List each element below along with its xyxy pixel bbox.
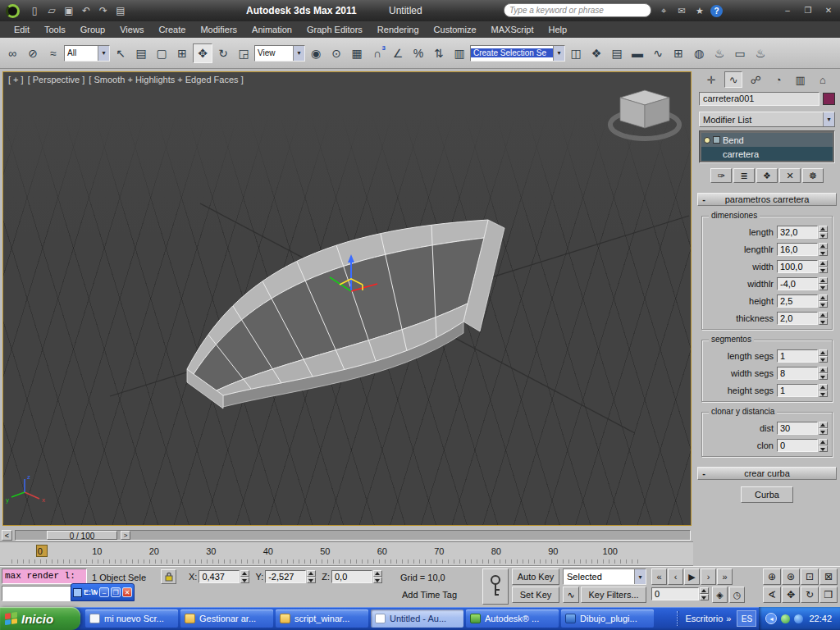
rollout-collapse-icon[interactable]: -: [698, 468, 710, 478]
viewport-shading-menu[interactable]: [ Smooth + Highlights + Edged Faces ]: [89, 75, 243, 84]
schematic-view-icon[interactable]: ⊞: [669, 43, 688, 63]
search-input[interactable]: [509, 6, 646, 15]
parameter-field[interactable]: 2,5: [777, 294, 818, 308]
auto-key-button[interactable]: Auto Key: [512, 568, 559, 585]
search-icon[interactable]: ⌖: [656, 4, 671, 17]
play-button[interactable]: ▶: [684, 568, 700, 585]
rollout-header[interactable]: - parametros carretera: [697, 193, 837, 206]
rollout-collapse-icon[interactable]: -: [698, 194, 710, 204]
minimize-button[interactable]: –: [779, 4, 796, 16]
configure-modifier-sets-icon[interactable]: ☸: [802, 168, 824, 183]
align-icon[interactable]: ❖: [587, 43, 606, 63]
maximize-button[interactable]: ❐: [800, 4, 816, 16]
project-folder-icon[interactable]: ▤: [112, 3, 129, 18]
redo-icon[interactable]: ↷: [95, 3, 112, 18]
chevron-down-icon[interactable]: ▾: [823, 112, 834, 126]
select-by-name-icon[interactable]: ▤: [131, 43, 151, 63]
minimized-window[interactable]: E:\MAV... – ❐ ✕: [71, 583, 135, 601]
spinner[interactable]: [819, 367, 828, 380]
spinner-snap-icon[interactable]: ⇅: [429, 43, 449, 63]
desktop-toolbar-label[interactable]: Escritorio: [686, 614, 724, 623]
viewport-3d-scene[interactable]: x y z: [3, 72, 691, 525]
menu-item[interactable]: MAXScript: [484, 23, 541, 36]
mirror-icon[interactable]: ◫: [566, 43, 586, 63]
spinner[interactable]: [819, 243, 828, 256]
menu-item[interactable]: Modifiers: [193, 23, 244, 36]
perspective-viewport[interactable]: [ + ] [ Perspective ] [ Smooth + Highlig…: [2, 71, 692, 526]
window-crossing-icon[interactable]: ⊞: [172, 43, 192, 63]
previous-frame-arrow[interactable]: <: [2, 530, 12, 541]
taskbar-window-button[interactable]: Dibujo_plugi...: [561, 609, 654, 628]
communication-center-icon[interactable]: ✉: [674, 4, 689, 17]
coordinate-field[interactable]: 0,437: [199, 570, 240, 583]
viewcube[interactable]: [610, 90, 679, 139]
remove-modifier-icon[interactable]: ✕: [779, 168, 801, 183]
spinner[interactable]: [819, 349, 828, 363]
curve-editor-icon[interactable]: ∿: [648, 43, 668, 63]
material-editor-icon[interactable]: ◍: [689, 43, 709, 63]
tab-display[interactable]: ▥: [792, 71, 810, 88]
select-and-scale-icon[interactable]: ◲: [234, 43, 253, 63]
spinner[interactable]: [819, 439, 828, 452]
time-slider[interactable]: < 0 / 100 >: [0, 529, 693, 541]
go-to-start-button[interactable]: «: [651, 568, 667, 585]
pan-icon[interactable]: ✥: [782, 587, 800, 603]
infocenter-search[interactable]: [504, 3, 651, 17]
chevron-down-icon[interactable]: ▾: [293, 46, 304, 61]
menu-item[interactable]: Graph Editors: [299, 23, 370, 36]
spinner[interactable]: [240, 570, 249, 583]
show-end-result-icon[interactable]: ≣: [733, 168, 755, 183]
viewport-pov-menu[interactable]: [ Perspective ]: [28, 75, 85, 84]
new-key-default-in-out-tangents-icon[interactable]: ∿: [563, 587, 579, 603]
zoom-extents-all-icon[interactable]: ⊠: [819, 568, 838, 585]
rendered-frame-window-icon[interactable]: ▭: [730, 43, 750, 63]
coordinate-field[interactable]: -2,527: [265, 570, 306, 583]
parameter-field[interactable]: 2,0: [777, 312, 818, 325]
current-frame-field[interactable]: 0: [651, 587, 699, 600]
hide-icons-chevron[interactable]: ◂: [765, 613, 777, 624]
select-and-link-icon[interactable]: ∞: [2, 43, 22, 63]
unlink-selection-icon[interactable]: ⊘: [23, 43, 43, 63]
time-slider-handle[interactable]: 0 / 100: [47, 531, 117, 540]
object-name-field[interactable]: carretera001: [699, 92, 819, 106]
parameter-field[interactable]: 1: [777, 384, 818, 397]
coordinate-field[interactable]: 0,0: [331, 570, 372, 583]
render-setup-icon[interactable]: ♨: [710, 43, 729, 63]
go-to-end-button[interactable]: »: [717, 568, 733, 585]
make-unique-icon[interactable]: ❖: [756, 168, 778, 183]
spinner[interactable]: [819, 384, 828, 397]
undo-icon[interactable]: ↶: [78, 3, 94, 18]
modifier-stack-item[interactable]: Bend: [701, 133, 833, 147]
modifier-list-dropdown[interactable]: Modifier List ▾: [699, 112, 835, 127]
menu-item[interactable]: Animation: [244, 23, 299, 36]
zoom-extents-icon[interactable]: ⊡: [801, 568, 819, 585]
field-of-view-icon[interactable]: ∢: [763, 587, 781, 603]
time-slider-track[interactable]: 0 / 100 >: [15, 530, 691, 541]
restore-button[interactable]: ❐: [111, 587, 121, 597]
zoom-icon[interactable]: ⊕: [763, 568, 781, 585]
parameter-field[interactable]: 100,0: [777, 260, 818, 273]
spinner[interactable]: [307, 570, 316, 583]
zoom-all-icon[interactable]: ⊛: [782, 568, 800, 585]
parameter-field[interactable]: 0: [777, 439, 818, 452]
pin-stack-icon[interactable]: ✑: [710, 168, 732, 183]
keyboard-shortcut-override-icon[interactable]: ▦: [347, 43, 367, 63]
application-menu-icon[interactable]: [0, 0, 25, 21]
close-button[interactable]: ✕: [820, 4, 837, 16]
edit-named-selection-sets-icon[interactable]: ▥: [450, 43, 469, 63]
minimize-button[interactable]: –: [99, 587, 109, 597]
next-frame-button[interactable]: ›: [701, 568, 716, 585]
spinner[interactable]: [819, 226, 828, 239]
spinner[interactable]: [819, 260, 828, 273]
curba-button[interactable]: Curba: [741, 486, 793, 503]
select-and-move-icon[interactable]: ✥: [193, 43, 212, 63]
set-keys-button[interactable]: [482, 568, 509, 605]
taskbar-window-button[interactable]: script_winar...: [276, 609, 368, 628]
favorites-star-icon[interactable]: ★: [692, 4, 707, 17]
graphite-ribbon-toggle-icon[interactable]: ▬: [628, 43, 647, 63]
menu-item[interactable]: Edit: [7, 23, 37, 36]
maxscript-mini-listener-macro-line[interactable]: max render l:: [2, 568, 87, 584]
language-indicator[interactable]: ES: [737, 610, 756, 627]
road-object[interactable]: [187, 220, 504, 409]
maximize-viewport-toggle-icon[interactable]: ❒: [819, 587, 838, 603]
